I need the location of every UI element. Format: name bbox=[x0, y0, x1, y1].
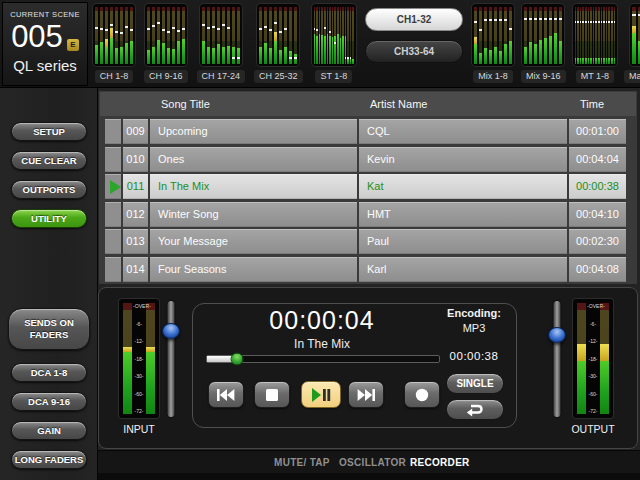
song-number-cell: 014 bbox=[123, 257, 148, 282]
meter-bar bbox=[340, 7, 342, 64]
meter-bar bbox=[152, 7, 155, 64]
single-mode-button[interactable]: SINGLE bbox=[446, 373, 504, 394]
play-indicator-cell bbox=[105, 229, 121, 254]
song-row[interactable]: 013Your MessagePaul00:02:30 bbox=[98, 229, 638, 254]
tab-oscillator[interactable]: OSCILLATOR bbox=[339, 451, 406, 474]
song-time-cell: 00:04:04 bbox=[569, 147, 626, 172]
sidebar-lower-buttons: SENDS ON FADERSDCA 1-8DCA 9-16GAINLONG F… bbox=[0, 308, 98, 479]
meter-bar bbox=[95, 7, 98, 64]
transport-stop-button[interactable] bbox=[254, 381, 290, 408]
console-model-label: QL series bbox=[3, 57, 87, 74]
meter-group-label: Mix 1-8 bbox=[473, 70, 513, 83]
sidebar-button-cue-clear[interactable]: CUE CLEAR bbox=[11, 151, 87, 170]
meter-group: CH 17-24 bbox=[197, 4, 246, 83]
header-song-title: Song Title bbox=[152, 92, 359, 116]
song-number-cell: 009 bbox=[123, 119, 148, 144]
stop-icon bbox=[265, 388, 279, 402]
meter-bar bbox=[321, 7, 323, 64]
encoding-value: MP3 bbox=[432, 322, 516, 334]
top-bar: CURRENT SCENE 005 E QL series CH 1-8CH 9… bbox=[0, 0, 640, 88]
sidebar-button-outports[interactable]: OUTPORTS bbox=[11, 180, 87, 199]
transport-play-pause-button[interactable] bbox=[301, 381, 341, 408]
meter-display bbox=[257, 4, 299, 66]
meter-bar bbox=[529, 7, 532, 64]
meter-bar bbox=[237, 7, 240, 64]
meter-bar bbox=[157, 7, 160, 64]
song-title-cell: Ones bbox=[150, 147, 357, 172]
sidebar-button-gain[interactable]: GAIN bbox=[11, 421, 87, 440]
meter-bar bbox=[598, 7, 600, 64]
meter-bar bbox=[590, 7, 592, 64]
progress-handle[interactable] bbox=[231, 353, 244, 366]
meter-bar bbox=[494, 7, 497, 64]
meter-groups-left: CH 1-8CH 9-16CH 17-24CH 25-32ST 1-8 bbox=[93, 4, 356, 83]
meter-bar bbox=[534, 7, 537, 64]
song-title-cell: Four Seasons bbox=[150, 257, 357, 282]
scene-panel[interactable]: CURRENT SCENE 005 E QL series bbox=[2, 2, 88, 86]
sidebar-button-sends-on-faders[interactable]: SENDS ON FADERS bbox=[8, 308, 90, 350]
song-time-cell: 00:02:30 bbox=[569, 229, 626, 254]
bottom-strip bbox=[98, 473, 640, 480]
play-pause-icon bbox=[312, 388, 331, 402]
sidebar-button-long-faders[interactable]: LONG FADERS bbox=[11, 450, 87, 469]
bank-button-ch33-64[interactable]: CH33-64 bbox=[365, 40, 463, 63]
meter-group: CH 25-32 bbox=[254, 4, 303, 83]
meter-bar bbox=[499, 7, 502, 64]
song-row[interactable]: 012Winter SongHMT00:04:10 bbox=[98, 202, 638, 227]
meter-bar bbox=[147, 7, 150, 64]
song-table-rows: 009UpcomingCQL00:01:00010OnesKevin00:04:… bbox=[98, 119, 638, 282]
meter-bar bbox=[227, 7, 230, 64]
meter-bar bbox=[202, 7, 205, 64]
artist-name-cell: Paul bbox=[359, 229, 567, 254]
meter-bar bbox=[489, 7, 492, 64]
input-fader bbox=[161, 301, 181, 417]
transport-previous-button[interactable] bbox=[208, 381, 244, 408]
repeat-button[interactable] bbox=[446, 399, 504, 420]
current-song-display: In The Mix bbox=[212, 337, 432, 351]
song-title-cell: In The Mix bbox=[150, 174, 357, 199]
meter-bar bbox=[608, 7, 610, 64]
header-artist-name: Artist Name bbox=[361, 92, 569, 116]
meter-bar bbox=[217, 7, 220, 64]
song-row[interactable]: 009UpcomingCQL00:01:00 bbox=[98, 119, 638, 144]
encoding-label: Encoding: bbox=[432, 307, 516, 319]
meter-bar bbox=[582, 7, 584, 64]
song-number-cell: 011 bbox=[123, 174, 148, 199]
song-row[interactable]: 011In The MixKat00:00:38 bbox=[98, 174, 638, 199]
meter-bar bbox=[314, 7, 316, 64]
scene-edit-badge: E bbox=[67, 39, 79, 51]
sidebar-button-dca-9-16[interactable]: DCA 9-16 bbox=[11, 392, 87, 411]
meter-bar bbox=[105, 7, 108, 64]
transport-next-button[interactable] bbox=[348, 381, 384, 408]
sidebar-button-dca-1-8[interactable]: DCA 1-8 bbox=[11, 363, 87, 382]
meter-bar bbox=[544, 7, 547, 64]
meter-bar bbox=[294, 7, 297, 64]
meter-scale: -OVER--6--12--18--30--60--72- bbox=[586, 303, 600, 414]
play-icon bbox=[110, 180, 121, 194]
recorder-panel: -OVER--6--12--18--30--60--72- INPUT 00:0… bbox=[98, 287, 638, 449]
bank-button-ch1-32[interactable]: CH1-32 bbox=[365, 8, 463, 31]
song-row[interactable]: 014Four SeasonsKarl00:04:08 bbox=[98, 257, 638, 282]
song-row[interactable]: 010OnesKevin00:04:04 bbox=[98, 147, 638, 172]
input-fader-knob[interactable] bbox=[162, 323, 180, 339]
sidebar-button-utility[interactable]: UTILITY bbox=[11, 209, 87, 228]
skip-forward-icon bbox=[356, 388, 376, 402]
song-table-header: Song Title Artist Name Time bbox=[100, 92, 636, 116]
meter-group-label: CH 25-32 bbox=[254, 70, 303, 83]
meter-bar bbox=[167, 7, 170, 64]
meter-scale: -OVER--6--12--18--30--60--72- bbox=[132, 303, 146, 414]
output-fader-knob[interactable] bbox=[548, 327, 566, 343]
meter-group: MT 1-8 bbox=[573, 4, 618, 83]
transport-record-button[interactable] bbox=[404, 381, 440, 408]
song-title-cell: Winter Song bbox=[150, 202, 357, 227]
tab-recorder[interactable]: RECORDER bbox=[410, 451, 470, 474]
progress-bar[interactable] bbox=[206, 355, 440, 363]
input-fader-track[interactable] bbox=[168, 301, 175, 417]
input-meter-label: INPUT bbox=[109, 423, 169, 435]
meter-bar bbox=[337, 7, 339, 64]
meter-bar bbox=[603, 7, 605, 64]
tab-mute-tap[interactable]: MUTE/ TAP bbox=[274, 451, 330, 474]
sidebar-button-setup[interactable]: SETUP bbox=[11, 122, 87, 141]
meter-bar bbox=[120, 7, 123, 64]
output-fader-track[interactable] bbox=[554, 301, 561, 417]
